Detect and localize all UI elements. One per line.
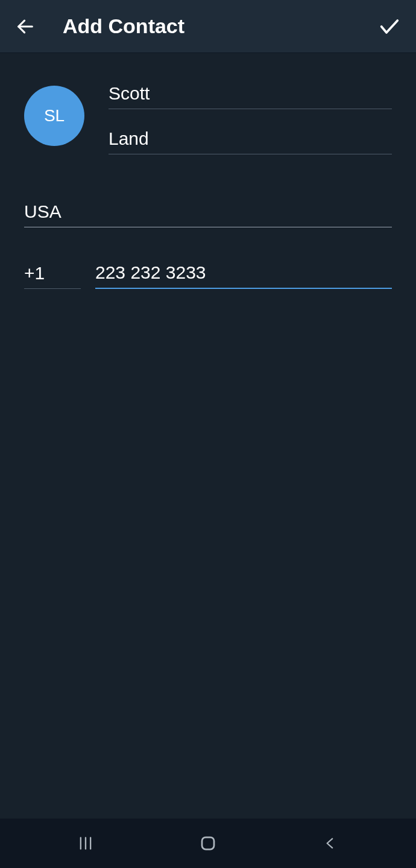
name-fields [109,77,392,154]
form-content: SL [0,53,416,289]
system-navbar [0,819,416,868]
app-header: Add Contact [0,0,416,53]
svg-rect-4 [202,837,214,849]
name-row: SL [24,77,392,154]
first-name-input[interactable] [109,77,392,109]
last-name-input[interactable] [109,122,392,154]
country-row [24,195,392,227]
country-code-input[interactable] [24,256,81,289]
back-icon[interactable] [318,831,342,855]
page-title: Add Contact [63,14,377,38]
back-arrow-icon[interactable] [14,16,36,37]
confirm-check-icon[interactable] [377,14,402,39]
phone-number-input[interactable] [95,256,392,289]
avatar: SL [24,86,84,146]
country-input[interactable] [24,195,392,227]
home-icon[interactable] [196,831,220,855]
recents-icon[interactable] [74,831,98,855]
phone-row [24,256,392,289]
